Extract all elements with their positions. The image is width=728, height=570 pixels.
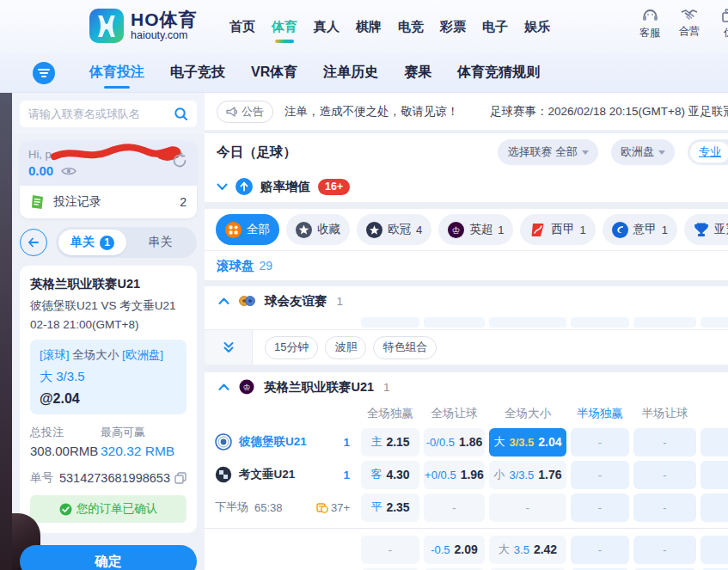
top-nav-item-电竞[interactable]: 电竞 [398, 19, 424, 35]
sports-menu-button[interactable] [33, 62, 55, 84]
empty-odds-dash: - [663, 469, 666, 481]
top-nav-item-首页[interactable]: 首页 [229, 19, 255, 35]
odds-cell[interactable]: 小3/3.51.76 [489, 461, 566, 489]
odds-cell[interactable]: - [700, 493, 728, 522]
column-header-半场独赢: 半场独赢 [571, 406, 629, 421]
announcement-badge[interactable]: 公告 [217, 101, 273, 123]
sub-nav-item-VR体育[interactable]: VR体育 [251, 64, 297, 82]
odds-cell[interactable]: - [571, 536, 629, 564]
sub-nav-item-体育投注[interactable]: 体育投注 [89, 64, 144, 82]
odds-format-dropdown[interactable]: 欧洲盘 [611, 139, 675, 165]
tab-single-bet[interactable]: 单关 1 [58, 230, 126, 255]
odds-cell[interactable]: - [700, 461, 728, 489]
league-tab-英超[interactable]: ♔英超1 [438, 214, 513, 245]
ucl-icon [366, 222, 382, 238]
header-action-合营[interactable]: 合营 [670, 8, 709, 40]
section-friendly-title: 球会友谊赛 [265, 293, 327, 310]
odds-cell[interactable]: - [571, 461, 629, 489]
section-league-header[interactable]: ♔ 英格兰职业联赛U21 1 [205, 372, 728, 401]
refresh-balance-icon[interactable] [171, 152, 188, 169]
confirm-button[interactable]: 确定 [20, 545, 197, 570]
top-nav-item-真人[interactable]: 真人 [314, 19, 340, 35]
collapse-chevron-icon[interactable] [217, 183, 228, 191]
search-icon[interactable] [174, 107, 188, 121]
top-header: HO体育 haiouty.com 首页体育真人棋牌电竞彩票电子娱乐 客服合营优 [0, 0, 728, 53]
league-select-dropdown[interactable]: 选择联赛 全部 [498, 139, 598, 165]
match-odds-row: --0.52.09大3.52.42--- [205, 533, 728, 566]
ticket-label: 单号 [30, 470, 53, 486]
quick-filter-特色组合[interactable]: 特色组合 [373, 336, 437, 359]
league-tab-西甲[interactable]: 西甲1 [520, 214, 595, 245]
odds-cell[interactable]: - [633, 428, 696, 457]
top-nav-item-棋牌[interactable]: 棋牌 [356, 19, 382, 35]
team-cell[interactable]: 考文垂U211 [215, 466, 357, 483]
laliga-icon [529, 222, 546, 238]
odds-boost-row[interactable]: 赔率增值 16+ [205, 171, 728, 202]
odds-cell[interactable]: - [633, 493, 696, 522]
empty-odds-dash: - [598, 469, 602, 481]
check-circle-icon [59, 503, 72, 516]
sub-nav-item-赛果[interactable]: 赛果 [404, 64, 431, 82]
odds-cell[interactable]: - [700, 536, 728, 564]
top-nav-item-彩票[interactable]: 彩票 [440, 19, 466, 35]
top-nav-item-体育[interactable]: 体育 [272, 19, 297, 35]
odds-cell[interactable]: - [700, 428, 728, 457]
copy-icon[interactable] [174, 472, 187, 484]
column-header-全场让球: 全场让球 [424, 406, 485, 421]
brand-logo[interactable]: HO体育 haiouty.com [89, 9, 198, 43]
odds-cell[interactable]: 平2.35 [361, 493, 419, 522]
section-league-title: 英格兰职业联赛U21 [264, 379, 374, 395]
odds-cell[interactable]: - [571, 428, 629, 457]
odds-cell[interactable]: - [633, 461, 696, 489]
collapsed-odds-skeleton [205, 316, 728, 329]
odds-cell[interactable]: - [424, 493, 485, 522]
league-tab-欧冠[interactable]: 欧冠4 [357, 214, 431, 245]
odds-cell[interactable]: 大3.52.42 [489, 536, 566, 564]
quick-filter-波胆[interactable]: 波胆 [325, 336, 366, 359]
expand-more-markets-button[interactable] [205, 330, 253, 365]
bet-records-item[interactable]: 投注记录 2 [20, 186, 197, 218]
collapse-chevron-up-icon[interactable] [218, 383, 229, 391]
league-tab-亚冠二[interactable]: 亚冠二2 [684, 214, 728, 245]
league-tab-全部[interactable]: 全部 [216, 214, 279, 245]
odds-cell[interactable]: - [361, 536, 419, 564]
odds-cell[interactable]: +0/0.51.96 [424, 461, 485, 489]
tab-parlay-bet[interactable]: 串关 [126, 230, 194, 255]
header-action-优[interactable]: 优 [709, 8, 728, 40]
brand-domain: haiouty.com [131, 29, 198, 41]
more-markets-link[interactable]: 37+ [316, 501, 350, 514]
collapse-chevron-up-icon[interactable] [218, 297, 229, 305]
live-matches-row[interactable]: 滚球盘 29 [205, 251, 728, 280]
odds-cell[interactable]: -0.52.09 [424, 536, 485, 564]
odds-cell[interactable]: 主2.15 [361, 428, 419, 457]
slip-match-teams: 彼德堡联U21 VS 考文垂U21 [30, 298, 187, 314]
quick-filter-15分钟[interactable]: 15分钟 [265, 336, 318, 359]
odds-cell[interactable]: -0/0.51.86 [424, 428, 485, 457]
mode-pro-option[interactable]: 专业 [690, 142, 728, 162]
league-tab-收藏[interactable]: 收藏 [286, 214, 350, 245]
sub-nav-item-电子竞技[interactable]: 电子竞技 [170, 64, 225, 82]
odds-cell-selected[interactable]: 大3/3.52.04 [489, 428, 566, 457]
sub-nav-item-体育竞猜规则[interactable]: 体育竞猜规则 [457, 64, 540, 82]
odds-value: 2.35 [386, 500, 409, 514]
league-tab-label: 英超 [469, 222, 492, 237]
odds-cell[interactable]: - [489, 493, 566, 522]
odds-cell[interactable]: 客4.30 [361, 461, 419, 489]
back-button[interactable] [20, 229, 47, 256]
chevron-down-icon [582, 150, 589, 155]
league-tab-意甲[interactable]: 意甲1 [603, 214, 677, 245]
top-nav-item-娱乐[interactable]: 娱乐 [524, 19, 550, 35]
odds-cell[interactable]: - [633, 536, 696, 564]
header-action-客服[interactable]: 客服 [630, 8, 670, 40]
search-placeholder: 请输入联赛名或球队名 [28, 107, 174, 122]
search-input[interactable]: 请输入联赛名或球队名 [20, 101, 197, 127]
top-nav-item-电子[interactable]: 电子 [482, 19, 508, 35]
eye-icon[interactable] [61, 165, 76, 177]
odds-cell[interactable]: - [571, 493, 629, 522]
main-content: 公告 注单，造成不便之处，敬请见谅！ 足球赛事：2026/02/18 20:15… [205, 93, 728, 570]
sub-nav-item-注单历史[interactable]: 注单历史 [323, 64, 378, 82]
team-cell[interactable]: 彼德堡联U211 [215, 433, 357, 450]
slip-bet-tags: [滚球] 全场大小 [欧洲盘] [40, 347, 177, 363]
section-friendly-header[interactable]: 球会友谊赛 1 [205, 286, 728, 316]
receipt-icon [30, 194, 46, 210]
